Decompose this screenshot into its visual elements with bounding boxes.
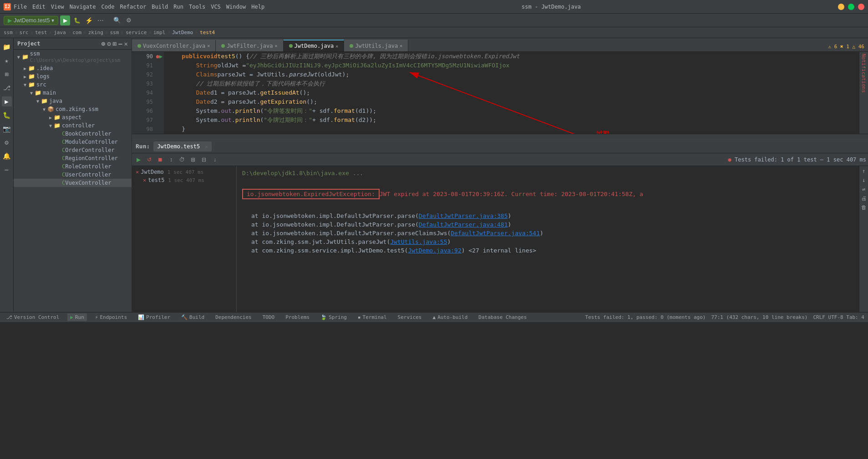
tree-modulecontroller[interactable]: C ModuleController xyxy=(14,138,132,146)
run-print-icon[interactable]: 🖨 xyxy=(861,195,867,202)
run-wrap-icon[interactable]: ⇌ xyxy=(862,186,865,192)
status-build[interactable]: 🔨 Build xyxy=(178,313,207,321)
minimize-button[interactable] xyxy=(838,4,844,10)
breadcrumb-zking[interactable]: zking xyxy=(88,30,103,35)
tree-main[interactable]: ▼ 📁 main xyxy=(14,89,132,97)
menu-view[interactable]: View xyxy=(51,4,64,10)
run-panel-tabs[interactable]: Run: JwtDemo.test5 ✕ xyxy=(132,140,868,153)
editor-content[interactable]: 90 91 92 93 94 95 96 97 98 ● ▶ xyxy=(132,52,868,134)
breadcrumb-service[interactable]: service xyxy=(126,30,147,35)
status-problems[interactable]: Problems xyxy=(283,313,312,321)
menu-tools[interactable]: Tools xyxy=(189,4,205,10)
search-everywhere-button[interactable]: 🔍 xyxy=(112,15,122,25)
breadcrumb-ssm[interactable]: ssm xyxy=(4,30,13,35)
profile-button[interactable]: ⚡ xyxy=(84,15,94,25)
status-version-control[interactable]: ⎇ Version Control xyxy=(4,313,62,321)
menu-vcs[interactable]: VCS xyxy=(211,4,221,10)
window-controls[interactable] xyxy=(838,4,864,10)
screenshot-icon[interactable]: 📷 xyxy=(2,124,12,134)
scroll-end-button[interactable]: ↓ xyxy=(210,155,219,164)
menu-bar[interactable]: File Edit View Navigate Code Refactor Bu… xyxy=(14,4,264,10)
status-position[interactable]: 77:1 (432 chars, 10 line breaks) xyxy=(711,314,807,320)
stop-button[interactable]: ⏹ xyxy=(156,155,165,164)
status-endpoints[interactable]: ⚡ Endpoints xyxy=(92,313,130,321)
close-tab-vuex[interactable]: ✕ xyxy=(207,43,210,48)
link-0[interactable]: DefaultJwtParser.java:385 xyxy=(419,212,508,219)
sort-alpha-button[interactable]: ↕ xyxy=(167,155,176,164)
menu-run[interactable]: Run xyxy=(173,4,183,10)
menu-window[interactable]: Window xyxy=(226,4,246,10)
sidebar-collapse-icon[interactable]: — xyxy=(118,40,122,47)
status-autobuild[interactable]: ▲ Auto-build xyxy=(430,313,471,321)
tree-aspect[interactable]: ▶ 📁 aspect xyxy=(14,113,132,121)
run-clear-icon[interactable]: 🗑 xyxy=(861,204,867,211)
rerun-failed-button[interactable]: ↺ xyxy=(145,155,154,164)
breadcrumb-java[interactable]: java xyxy=(54,30,66,35)
menu-edit[interactable]: Edit xyxy=(32,4,46,10)
run-output[interactable]: D:\develop\jdk1.8\bin\java.exe ... io.js… xyxy=(237,166,859,312)
tree-logs[interactable]: ▶ 📁 logs xyxy=(14,72,132,81)
settings-button[interactable]: ⚙ xyxy=(124,15,134,25)
tab-jwtfilter[interactable]: JwtFilter.java ✕ xyxy=(216,40,283,51)
structure-icon[interactable]: ⊞ xyxy=(2,69,12,79)
tab-jwtdemo[interactable]: JwtDemo.java ✕ xyxy=(284,40,345,51)
tree-idea[interactable]: ▶ 📁 .idea xyxy=(14,64,132,72)
tree-com-zking-ssm[interactable]: ▼ 📦 com.zking.ssm xyxy=(14,105,132,113)
run-tree-test5[interactable]: ✕ test5 1 sec 407 ms xyxy=(134,176,234,184)
status-todo[interactable]: TODO xyxy=(260,313,278,321)
project-icon[interactable]: 📁 xyxy=(2,42,12,52)
settings-icon-left[interactable]: ⚙ xyxy=(2,137,12,147)
status-dependencies[interactable]: Dependencies xyxy=(213,313,254,321)
sort-duration-button[interactable]: ⏱ xyxy=(178,155,187,164)
menu-refactor[interactable]: Refactor xyxy=(120,4,146,10)
git-icon[interactable]: ⎇ xyxy=(2,83,12,93)
rerun-button[interactable]: ▶ xyxy=(134,155,143,164)
notifications-label[interactable]: Notifications xyxy=(861,54,867,93)
breadcrumb-impl[interactable]: impl xyxy=(153,30,166,35)
run-tab-close[interactable]: ✕ xyxy=(205,144,208,149)
run-marker-icon[interactable]: ▶ xyxy=(159,53,162,60)
tree-rolecontroller[interactable]: C RoleController xyxy=(14,162,132,171)
notification-icon[interactable]: 🔔 xyxy=(2,151,12,161)
breadcrumb-src[interactable]: src xyxy=(20,30,29,35)
breadcrumb-jwtdemo[interactable]: JwtDemo xyxy=(172,30,193,35)
link-4[interactable]: JwtDemo.java:92 xyxy=(408,247,461,254)
debug-button[interactable]: 🐛 xyxy=(72,15,82,25)
tree-src[interactable]: ▼ 📁 src xyxy=(14,81,132,89)
run-tree-jwtdemo[interactable]: ✕ JwtDemo 1 sec 407 ms xyxy=(134,168,234,176)
menu-build[interactable]: Build xyxy=(152,4,168,10)
sidebar-close-icon[interactable]: ✕ xyxy=(124,40,128,47)
status-run[interactable]: ▶ Run xyxy=(67,313,87,321)
menu-code[interactable]: Code xyxy=(102,4,115,10)
sidebar-scope-icon[interactable]: ⊕ xyxy=(102,40,105,47)
tree-usercontroller[interactable]: C UserController xyxy=(14,171,132,179)
expand-all-button[interactable]: ⊞ xyxy=(188,155,198,164)
status-encoding[interactable]: CRLF UTF-8 Tab: 4 xyxy=(813,314,864,320)
run-tab-jwtdemo[interactable]: JwtDemo.test5 ✕ xyxy=(153,141,211,151)
tree-ordercontroller[interactable]: C OrderController xyxy=(14,146,132,154)
sidebar-settings-icon[interactable]: ⚙ xyxy=(107,40,111,47)
tree-vuexcontroller[interactable]: C VuexController xyxy=(14,179,132,187)
tree-controller[interactable]: ▼ 📁 controller xyxy=(14,121,132,130)
sidebar-header-actions[interactable]: ⊕ ⚙ ⊞ — ✕ xyxy=(102,40,128,47)
status-profiler[interactable]: 📊 Profiler xyxy=(135,313,173,321)
maximize-button[interactable] xyxy=(848,4,854,10)
close-tab-jwtdemo[interactable]: ✕ xyxy=(335,44,338,49)
tab-vuexcontroller[interactable]: VuexController.java ✕ xyxy=(132,40,216,51)
close-button[interactable] xyxy=(858,4,864,10)
editor-tabs[interactable]: VuexController.java ✕ JwtFilter.java ✕ J… xyxy=(132,38,868,52)
status-services[interactable]: Services xyxy=(395,313,425,321)
more-run-options[interactable]: ⋯ xyxy=(96,15,106,25)
tree-root-ssm[interactable]: ▼ 📁 ssm C:\Users\a\Desktop\project\ssm xyxy=(14,50,132,64)
menu-file[interactable]: File xyxy=(14,4,27,10)
status-spring[interactable]: 🍃 Spring xyxy=(318,313,350,321)
tree-regioncontroller[interactable]: C RegionController xyxy=(14,154,132,162)
status-db-changes[interactable]: Database Changes xyxy=(476,313,529,321)
breadcrumb-com[interactable]: com xyxy=(72,30,81,35)
tree-java[interactable]: ▼ 📁 java xyxy=(14,97,132,105)
breadcrumb-test[interactable]: test xyxy=(35,30,47,35)
link-2[interactable]: DefaultJwtParser.java:541 xyxy=(451,230,540,237)
more-icon[interactable]: ⋯ xyxy=(2,165,12,175)
horizontal-scrollbar[interactable] xyxy=(132,134,868,139)
breadcrumb-ssm2[interactable]: ssm xyxy=(110,30,119,35)
